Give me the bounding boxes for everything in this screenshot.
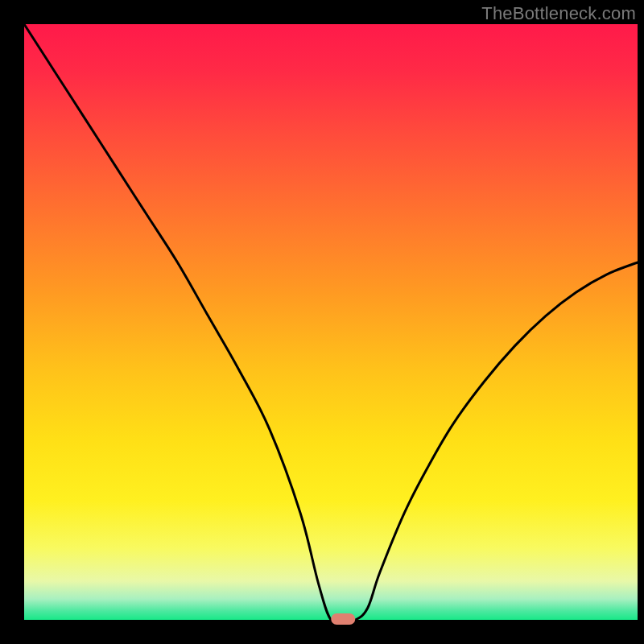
- svg-rect-0: [24, 24, 638, 620]
- chart-frame: TheBottleneck.com: [0, 0, 644, 644]
- watermark-text: TheBottleneck.com: [481, 3, 636, 24]
- optimal-marker: [331, 613, 355, 625]
- bottleneck-chart: [0, 0, 644, 644]
